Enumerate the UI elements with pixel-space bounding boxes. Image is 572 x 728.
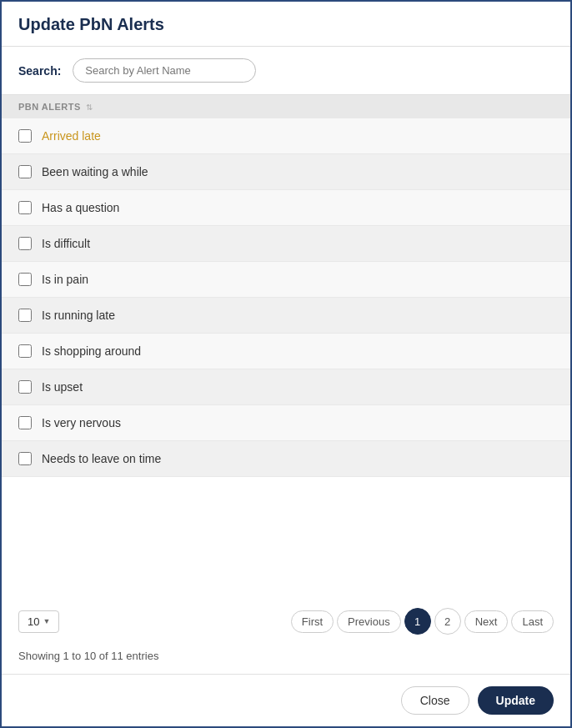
alert-row: Is shopping around — [2, 334, 570, 369]
alert-list: Arrived lateBeen waiting a whileHas a qu… — [2, 118, 570, 596]
sort-arrows-icon: ⇅ — [86, 103, 93, 112]
alert-checkbox[interactable] — [18, 452, 32, 465]
entries-text: Showing 1 to 10 of 11 entries — [2, 646, 570, 674]
alert-name: Needs to leave on time — [42, 452, 161, 465]
search-row: Search: — [2, 47, 570, 95]
alert-checkbox[interactable] — [18, 273, 32, 286]
alert-row: Is difficult — [2, 226, 570, 262]
prev-page-button[interactable]: Previous — [337, 610, 401, 633]
alert-name: Is upset — [42, 380, 83, 394]
alert-checkbox[interactable] — [18, 309, 32, 322]
alert-checkbox[interactable] — [18, 201, 32, 214]
next-page-button[interactable]: Next — [464, 610, 509, 633]
alert-checkbox[interactable] — [18, 416, 32, 429]
modal-container: Update PbN Alerts Search: PBN ALERTS ⇅ A… — [0, 0, 572, 728]
alert-row: Arrived late — [2, 118, 570, 154]
alert-name: Arrived late — [42, 129, 101, 143]
alert-row: Needs to leave on time — [2, 441, 570, 477]
page-size-button[interactable]: 10 — [18, 610, 59, 633]
last-page-button[interactable]: Last — [511, 610, 554, 633]
alert-checkbox[interactable] — [18, 165, 32, 178]
update-button[interactable]: Update — [478, 686, 554, 715]
modal-title: Update PbN Alerts — [18, 15, 554, 34]
alert-checkbox[interactable] — [18, 129, 32, 143]
page-number-button[interactable]: 1 — [404, 608, 431, 635]
alert-name: Been waiting a while — [42, 165, 148, 178]
alert-row: Is running late — [2, 298, 570, 334]
search-label: Search: — [18, 64, 61, 78]
pagination-area: 10 FirstPrevious12NextLast — [2, 596, 570, 646]
alert-name: Is very nervous — [42, 416, 121, 429]
modal-header: Update PbN Alerts — [2, 2, 570, 47]
alert-name: Is running late — [42, 309, 115, 322]
modal-footer: Close Update — [2, 674, 570, 726]
close-button[interactable]: Close — [401, 686, 469, 715]
alert-name: Is in pain — [42, 273, 88, 286]
alert-checkbox[interactable] — [18, 237, 32, 250]
alert-row: Is very nervous — [2, 405, 570, 441]
alert-row: Been waiting a while — [2, 154, 570, 190]
table-header: PBN ALERTS ⇅ — [2, 95, 570, 118]
alert-checkbox[interactable] — [18, 344, 32, 358]
page-number-button[interactable]: 2 — [434, 608, 461, 635]
first-page-button[interactable]: First — [291, 610, 334, 633]
alert-name: Has a question — [42, 201, 119, 214]
alert-row: Has a question — [2, 190, 570, 226]
search-input[interactable] — [73, 58, 256, 83]
alert-checkbox[interactable] — [18, 380, 32, 394]
alert-name: Is shopping around — [42, 344, 141, 358]
alert-row: Is in pain — [2, 262, 570, 298]
pagination-controls: FirstPrevious12NextLast — [291, 608, 554, 635]
alert-name: Is difficult — [42, 237, 90, 250]
alert-row: Is upset — [2, 369, 570, 405]
table-header-label: PBN ALERTS — [18, 102, 81, 112]
